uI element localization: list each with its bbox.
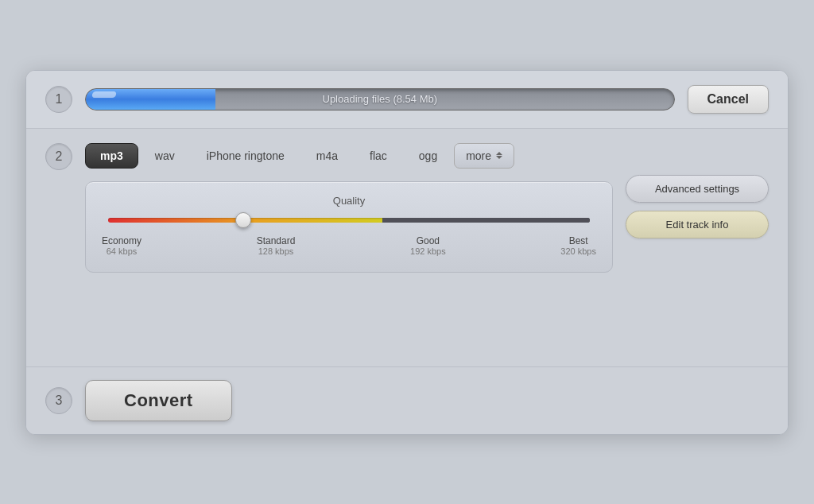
- quality-good-name: Good: [417, 235, 440, 246]
- quality-best-kbps: 320 kbps: [560, 246, 596, 256]
- cancel-button[interactable]: Cancel: [688, 85, 769, 114]
- more-label: more: [466, 149, 491, 162]
- section-1: 1 Uploading files (8.54 Mb) Cancel: [26, 71, 788, 129]
- format-tabs: mp3 wav iPhone ringtone m4a flac ogg mor…: [85, 143, 613, 169]
- tab-mp3[interactable]: mp3: [85, 143, 138, 169]
- slider-wrap[interactable]: [102, 218, 596, 223]
- quality-best-name: Best: [569, 235, 588, 246]
- section-3: 3 Convert: [26, 367, 788, 434]
- quality-panel: Quality Economy 64 kbps Standard 128 kbp…: [85, 181, 613, 273]
- tab-flac[interactable]: flac: [355, 143, 402, 169]
- convert-button[interactable]: Convert: [85, 380, 232, 421]
- step-2-badge: 2: [45, 143, 72, 170]
- progress-bar: Uploading files (8.54 Mb): [85, 88, 675, 110]
- quality-title: Quality: [102, 195, 596, 207]
- quality-economy: Economy 64 kbps: [102, 235, 141, 256]
- tab-more[interactable]: more: [454, 143, 514, 169]
- progress-fill: [86, 89, 215, 110]
- quality-labels: Economy 64 kbps Standard 128 kbps Good 1…: [102, 235, 596, 256]
- tab-ogg[interactable]: ogg: [404, 143, 452, 169]
- tab-wav[interactable]: wav: [140, 143, 190, 169]
- quality-standard-name: Standard: [257, 235, 296, 246]
- section-2-right: Advanced settings Edit track info: [626, 143, 769, 238]
- quality-best: Best 320 kbps: [560, 235, 596, 256]
- quality-good: Good 192 kbps: [410, 235, 446, 256]
- step-1-badge: 1: [45, 86, 72, 113]
- quality-economy-kbps: 64 kbps: [107, 246, 138, 256]
- quality-economy-name: Economy: [102, 235, 141, 246]
- advanced-settings-button[interactable]: Advanced settings: [626, 175, 769, 203]
- quality-good-kbps: 192 kbps: [410, 246, 446, 256]
- more-chevron-icon: [496, 152, 502, 159]
- quality-standard: Standard 128 kbps: [257, 235, 296, 256]
- tab-m4a[interactable]: m4a: [301, 143, 353, 169]
- section-2-content: mp3 wav iPhone ringtone m4a flac ogg mor…: [85, 143, 613, 273]
- slider-thumb[interactable]: [235, 212, 251, 228]
- step-3-badge: 3: [45, 387, 72, 414]
- quality-standard-kbps: 128 kbps: [258, 246, 294, 256]
- slider-track: [108, 218, 590, 223]
- app-window: 1 Uploading files (8.54 Mb) Cancel 2 mp3…: [25, 70, 789, 435]
- section-2: 2 mp3 wav iPhone ringtone m4a flac ogg m…: [26, 129, 788, 367]
- edit-track-info-button[interactable]: Edit track info: [626, 211, 769, 238]
- slider-track-dark: [382, 218, 590, 223]
- tab-iphone-ringtone[interactable]: iPhone ringtone: [192, 143, 300, 169]
